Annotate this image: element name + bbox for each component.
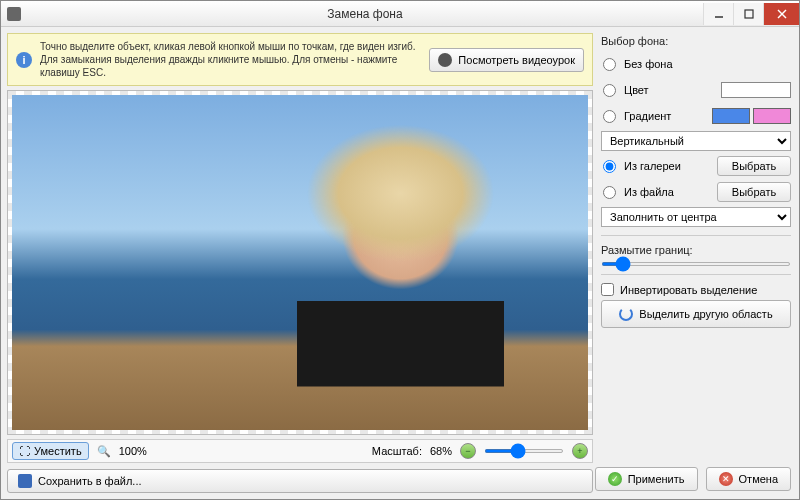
invert-label: Инвертировать выделение [620, 284, 757, 296]
magnifier-icon: 🔍 [97, 445, 111, 458]
select-other-label: Выделить другую область [639, 308, 772, 320]
cancel-label: Отмена [739, 473, 778, 485]
sidebar: Выбор фона: Без фона Цвет Градиент Верт [599, 33, 793, 493]
radio-gradient[interactable] [603, 110, 616, 123]
apply-button[interactable]: ✓ Применить [595, 467, 698, 491]
info-icon: i [16, 52, 32, 68]
gallery-choose-button[interactable]: Выбрать [717, 156, 791, 176]
scale-value: 68% [430, 445, 452, 457]
zoom-slider[interactable] [484, 449, 564, 453]
save-label: Сохранить в файл... [38, 475, 142, 487]
fit-icon: ⛶ [19, 445, 30, 457]
reload-icon [619, 307, 633, 321]
minimize-button[interactable] [703, 3, 733, 25]
color-swatch[interactable] [721, 82, 791, 98]
zoom-in-button[interactable]: + [572, 443, 588, 459]
radio-file[interactable] [603, 186, 616, 199]
scale-label: Масштаб: [372, 445, 422, 457]
radio-color-label: Цвет [624, 84, 715, 96]
file-choose-button[interactable]: Выбрать [717, 182, 791, 202]
app-window: Замена фона i Точно выделите объект, кли… [0, 0, 800, 500]
cross-icon: ✕ [719, 472, 733, 486]
radio-gallery[interactable] [603, 160, 616, 173]
divider [601, 274, 791, 275]
gradient-swatch-2[interactable] [753, 108, 791, 124]
fill-mode-select[interactable]: Заполнить от центра [601, 207, 791, 227]
cancel-button[interactable]: ✕ Отмена [706, 467, 791, 491]
invert-checkbox[interactable] [601, 283, 614, 296]
titlebar: Замена фона [1, 1, 799, 27]
divider [601, 235, 791, 236]
close-button[interactable] [763, 3, 799, 25]
radio-gallery-label: Из галереи [624, 160, 711, 172]
canvas-toolbar: ⛶ Уместить 🔍 100% Масштаб: 68% − + [7, 439, 593, 463]
hint-text: Точно выделите объект, кликая левой кноп… [40, 40, 421, 79]
gradient-swatch-1[interactable] [712, 108, 750, 124]
blur-slider[interactable] [601, 262, 791, 266]
maximize-button[interactable] [733, 3, 763, 25]
hint-banner: i Точно выделите объект, кликая левой кн… [7, 33, 593, 86]
camera-icon [438, 53, 452, 67]
zoom-value: 100% [119, 445, 147, 457]
save-to-file-button[interactable]: Сохранить в файл... [7, 469, 593, 493]
zoom-out-button[interactable]: − [460, 443, 476, 459]
disk-icon [18, 474, 32, 488]
window-title: Замена фона [27, 7, 703, 21]
check-icon: ✓ [608, 472, 622, 486]
gradient-type-select[interactable]: Вертикальный [601, 131, 791, 151]
radio-no-background[interactable] [603, 58, 616, 71]
background-group-label: Выбор фона: [601, 35, 791, 47]
fit-label: Уместить [34, 445, 82, 457]
composited-image [12, 95, 588, 430]
radio-color[interactable] [603, 84, 616, 97]
image-canvas[interactable] [7, 90, 593, 435]
app-icon [7, 7, 21, 21]
radio-no-background-label: Без фона [624, 58, 791, 70]
blur-label: Размытие границ: [601, 244, 791, 256]
radio-gradient-label: Градиент [624, 110, 706, 122]
watch-video-button[interactable]: Посмотреть видеоурок [429, 48, 584, 72]
radio-file-label: Из файла [624, 186, 711, 198]
fit-button[interactable]: ⛶ Уместить [12, 442, 89, 460]
video-button-label: Посмотреть видеоурок [458, 54, 575, 66]
apply-label: Применить [628, 473, 685, 485]
svg-rect-1 [745, 10, 753, 18]
select-other-area-button[interactable]: Выделить другую область [601, 300, 791, 328]
